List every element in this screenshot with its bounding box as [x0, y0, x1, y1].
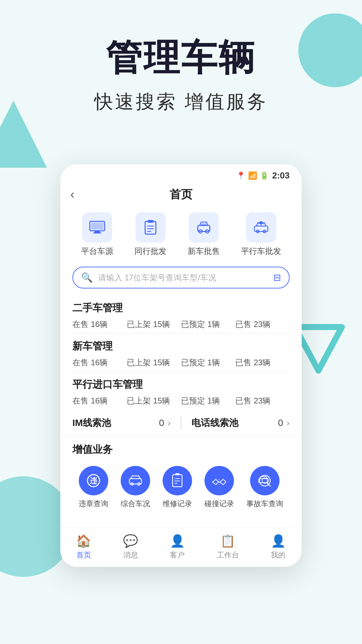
accident-icon	[257, 473, 273, 489]
signal-icon: 📶	[248, 171, 257, 180]
import-car-section: 平行进口车管理 在售 16辆 已上架 15辆 已预定 1辆 已售 23辆	[60, 378, 302, 406]
bottom-nav-message[interactable]: 💬 消息	[123, 534, 138, 560]
quick-item-newcar[interactable]: 新车批售	[188, 212, 220, 257]
new-car-section: 新车管理 在售 16辆 已上架 15辆 已预定 1辆 已售 23辆	[60, 339, 302, 372]
leads-row: IM线索池 0 › 电话线索池 0 ›	[60, 410, 302, 437]
carstatus-icon-circle	[121, 466, 150, 495]
import-car-stat-3[interactable]: 已售 23辆	[235, 395, 290, 406]
quick-item-wholesale[interactable]: 同行批发	[134, 212, 167, 257]
bottom-nav-workbench[interactable]: 📋 工作台	[217, 534, 239, 560]
value-icons-row: 违 违章查询 综合车况	[72, 461, 290, 516]
new-car-title: 新车管理	[72, 339, 290, 353]
profile-icon: 👤	[271, 534, 286, 548]
newcar-icon-box	[189, 212, 219, 243]
svg-rect-4	[91, 223, 103, 229]
status-icons: 📍 📶 🔋	[236, 171, 269, 180]
search-bar-wrap: 🔍 请输入 17位车架号查询车型/车况 ⊟	[60, 263, 302, 295]
status-bar: 📍 📶 🔋 2:03	[60, 164, 302, 183]
search-bar[interactable]: 🔍 请输入 17位车架号查询车型/车况 ⊟	[72, 267, 290, 288]
phone-leads-arrow: ›	[287, 418, 290, 428]
platform-icon-box	[82, 212, 112, 243]
import-car-stat-2[interactable]: 已预定 1辆	[181, 395, 235, 406]
home-icon: 🏠	[76, 534, 91, 548]
svg-rect-2	[95, 231, 100, 232]
svg-rect-6	[148, 220, 153, 223]
used-car-stat-3[interactable]: 已售 23辆	[235, 319, 290, 330]
phone-mockup: 📍 📶 🔋 2:03 ‹ 首页 平台车源	[60, 164, 302, 567]
violation-icon: 违	[85, 473, 102, 489]
value-item-carstatus[interactable]: 综合车况	[121, 466, 150, 509]
search-icon: 🔍	[81, 272, 93, 283]
new-car-stats: 在售 16辆 已上架 15辆 已预定 1辆 已售 23辆	[72, 357, 290, 368]
used-car-stat-2[interactable]: 已预定 1辆	[181, 319, 235, 330]
new-car-stat-3[interactable]: 已售 23辆	[235, 357, 290, 368]
new-car-divider	[72, 371, 290, 372]
value-item-violation[interactable]: 违 违章查询	[79, 466, 108, 509]
new-car-stat-1[interactable]: 已上架 15辆	[127, 357, 181, 368]
page-title: 首页	[170, 187, 192, 202]
value-item-collision[interactable]: 碰撞记录	[204, 466, 234, 509]
search-placeholder-text: 请输入 17位车架号查询车型/车况	[98, 272, 268, 283]
used-car-stat-0[interactable]: 在售 16辆	[72, 319, 127, 330]
profile-label: 我的	[271, 550, 286, 560]
value-item-repair[interactable]: 维修记录	[163, 466, 192, 509]
hero-title: 管理车辆	[0, 34, 362, 83]
bottom-nav-customer[interactable]: 👤 客户	[170, 534, 185, 560]
quick-label-parallel: 平行车批发	[241, 246, 281, 257]
import-car-stat-1[interactable]: 已上架 15辆	[127, 395, 181, 406]
bottom-nav-home[interactable]: 🏠 首页	[76, 534, 91, 560]
value-item-accident[interactable]: 事故车查询	[246, 466, 283, 509]
scan-icon[interactable]: ⊟	[273, 272, 281, 283]
value-label-carstatus: 综合车况	[121, 499, 150, 509]
value-label-violation: 违章查询	[79, 499, 108, 509]
hero-subtitle: 快速搜索 增值服务	[0, 89, 362, 115]
back-button[interactable]: ‹	[70, 187, 74, 202]
accident-icon-circle	[250, 466, 280, 495]
collision-icon	[211, 473, 227, 489]
svg-rect-10	[198, 225, 210, 231]
im-leads-value: 0	[159, 418, 164, 428]
customer-icon: 👤	[170, 534, 185, 548]
value-label-repair: 维修记录	[163, 499, 192, 509]
quick-item-platform[interactable]: 平台车源	[81, 212, 113, 257]
wholesale-icon-box	[135, 212, 166, 243]
svg-line-32	[219, 484, 220, 485]
location-icon: 📍	[236, 171, 245, 180]
im-leads-item[interactable]: IM线索池 0 ›	[72, 417, 171, 429]
phone-leads-item[interactable]: 电话线索池 0 ›	[191, 417, 290, 429]
import-car-title: 平行进口车管理	[72, 378, 290, 391]
workbench-icon: 📋	[220, 534, 235, 548]
svg-line-31	[219, 479, 220, 480]
collision-icon-circle	[204, 466, 234, 495]
quick-item-parallel[interactable]: 平行车批发	[241, 212, 281, 257]
hero-section: 管理车辆 快速搜索 增值服务	[0, 34, 362, 115]
used-car-stat-1[interactable]: 已上架 15辆	[127, 319, 181, 330]
phone-leads-label: 电话线索池	[191, 417, 238, 429]
quick-label-newcar: 新车批售	[188, 246, 220, 257]
svg-rect-29	[175, 473, 179, 475]
workbench-label: 工作台	[217, 550, 239, 560]
parallel-icon-box	[246, 212, 276, 243]
clipboard-icon	[142, 219, 159, 236]
svg-rect-5	[145, 221, 156, 234]
leads-divider	[181, 416, 181, 430]
quick-menu: 平台车源 同行批发	[60, 209, 302, 263]
bottom-nav-profile[interactable]: 👤 我的	[271, 534, 286, 560]
value-added-title: 增值业务	[72, 443, 290, 457]
new-car-stat-0[interactable]: 在售 16辆	[72, 357, 127, 368]
monitor-icon	[88, 219, 106, 236]
svg-rect-3	[93, 232, 101, 233]
message-label: 消息	[123, 550, 138, 560]
value-added-section: 增值业务 违 违章查询	[60, 443, 302, 516]
car-front-icon	[195, 219, 213, 236]
import-car-stat-0[interactable]: 在售 16辆	[72, 395, 127, 406]
car-gift-icon	[252, 219, 270, 236]
new-car-stat-2[interactable]: 已预定 1辆	[181, 357, 235, 368]
customer-label: 客户	[170, 550, 185, 560]
quick-label-wholesale: 同行批发	[134, 246, 167, 257]
used-car-title: 二手车管理	[72, 301, 290, 315]
svg-text:违: 违	[90, 477, 98, 485]
value-label-accident: 事故车查询	[246, 499, 283, 509]
value-label-collision: 碰撞记录	[204, 499, 234, 509]
repair-icon	[169, 473, 185, 489]
